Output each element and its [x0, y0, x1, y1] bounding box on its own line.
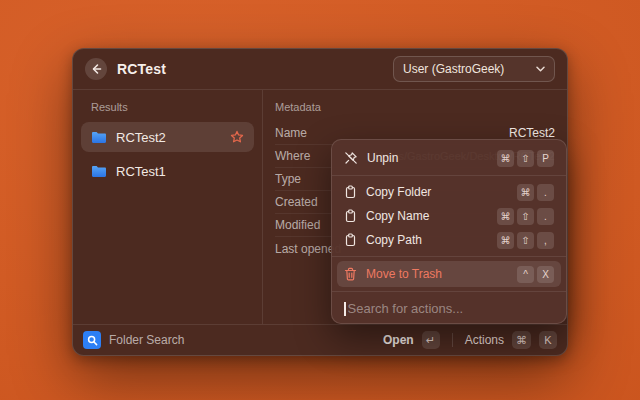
- results-section-label: Results: [91, 101, 244, 113]
- metadata-label: Type: [275, 172, 301, 186]
- key-badge: .: [537, 208, 554, 225]
- menu-item-label: Copy Path: [366, 233, 422, 247]
- menu-item-move-to-trash[interactable]: Move to Trash ^ X: [337, 261, 561, 287]
- menu-separator: [332, 175, 566, 176]
- metadata-label: Where: [275, 149, 310, 163]
- menu-item-label: Unpin: [367, 151, 398, 165]
- menu-item-copy-path[interactable]: Copy Path ⌘ ⇧ ,: [337, 228, 561, 252]
- folder-item-rctest1[interactable]: RCTest1: [81, 156, 254, 186]
- key-badge: K: [539, 331, 557, 349]
- key-badge: ⇧: [517, 232, 534, 249]
- pin-slash-icon: [344, 151, 358, 165]
- footer-divider: [452, 333, 453, 347]
- key-badge: ⌘: [497, 150, 514, 167]
- open-button[interactable]: Open: [383, 333, 414, 347]
- return-key-badge: ↵: [422, 331, 440, 349]
- footer-bar: Folder Search Open ↵ Actions ⌘ K: [73, 324, 567, 355]
- key-badge: ⌘: [497, 208, 514, 225]
- menu-item-unpin[interactable]: Unpin ⌘ ⇧ P: [337, 145, 561, 171]
- metadata-value: RCTest2: [509, 126, 555, 140]
- folder-icon: [91, 131, 107, 144]
- key-badge: ^: [517, 266, 534, 283]
- folder-search-extension-icon: [83, 331, 101, 349]
- key-badge: ,: [537, 232, 554, 249]
- metadata-section-label: Metadata: [275, 101, 545, 113]
- key-badge: ⇧: [517, 208, 534, 225]
- clipboard-icon: [344, 209, 357, 223]
- key-badge: .: [537, 184, 554, 201]
- menu-item-copy-name[interactable]: Copy Name ⌘ ⇧ .: [337, 204, 561, 228]
- extension-label: Folder Search: [109, 333, 184, 347]
- folder-icon: [91, 165, 107, 178]
- trash-icon: [344, 267, 357, 281]
- clipboard-icon: [344, 185, 357, 199]
- folder-item-label: RCTest1: [116, 164, 166, 179]
- folder-item-label: RCTest2: [116, 130, 166, 145]
- actions-search-input[interactable]: [348, 301, 555, 316]
- key-badge: ⌘: [497, 232, 514, 249]
- actions-search[interactable]: [337, 296, 561, 323]
- menu-separator: [332, 291, 566, 292]
- menu-item-copy-folder[interactable]: Copy Folder ⌘ .: [337, 180, 561, 204]
- page-title: RCTest: [117, 61, 166, 77]
- menu-item-label: Move to Trash: [366, 267, 442, 281]
- chevron-down-icon: [536, 66, 545, 72]
- key-badge: ⇧: [517, 150, 534, 167]
- actions-button[interactable]: Actions: [465, 333, 504, 347]
- metadata-label: Created: [275, 195, 318, 209]
- metadata-label: Name: [275, 126, 307, 140]
- search-icon: [87, 335, 98, 346]
- text-caret: [344, 302, 346, 316]
- folder-item-rctest2[interactable]: RCTest2: [81, 122, 254, 152]
- clipboard-icon: [344, 233, 357, 247]
- key-badge: ⌘: [517, 184, 534, 201]
- window-header: RCTest User (GastroGeek): [73, 49, 567, 89]
- raycast-window: RCTest User (GastroGeek) Results RCTest2: [72, 48, 568, 356]
- key-badge: ⌘: [512, 331, 531, 349]
- star-icon: [230, 130, 244, 144]
- arrow-left-icon: [90, 63, 102, 75]
- key-badge: X: [537, 266, 554, 283]
- menu-separator: [332, 256, 566, 257]
- menu-item-label: Copy Folder: [366, 185, 431, 199]
- results-sidebar: Results RCTest2: [73, 90, 263, 324]
- menu-item-label: Copy Name: [366, 209, 429, 223]
- metadata-label: Modified: [275, 218, 320, 232]
- user-dropdown-label: User (GastroGeek): [403, 62, 504, 76]
- user-dropdown[interactable]: User (GastroGeek): [393, 56, 555, 82]
- actions-menu: Unpin ⌘ ⇧ P Copy Folder ⌘ .: [331, 139, 567, 324]
- key-badge: P: [537, 150, 554, 167]
- back-button[interactable]: [85, 58, 107, 80]
